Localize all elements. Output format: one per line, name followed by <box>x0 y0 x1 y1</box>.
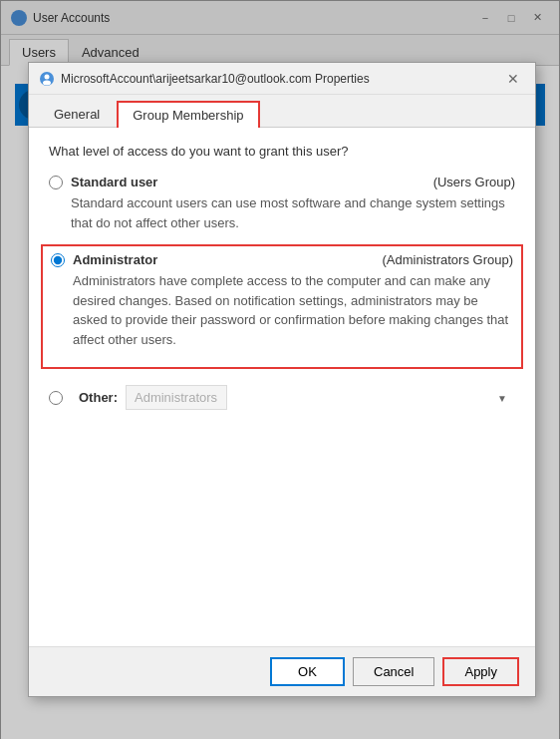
dialog-title-text: MicrosoftAccount\arijeetsarkar10@outlook… <box>39 71 370 87</box>
dialog-tabs: General Group Membership <box>29 95 535 128</box>
administrator-radio[interactable] <box>51 253 65 267</box>
svg-point-1 <box>45 74 50 79</box>
standard-user-label: Standard user <box>71 175 157 189</box>
standard-user-header: Standard user (Users Group) <box>49 175 515 189</box>
other-select[interactable]: Administrators <box>126 385 227 410</box>
tab-general[interactable]: General <box>39 101 115 127</box>
svg-point-2 <box>43 80 51 85</box>
apply-button[interactable]: Apply <box>442 657 519 686</box>
standard-user-description: Standard account users can use most soft… <box>71 193 515 232</box>
tab-group-membership[interactable]: Group Membership <box>117 101 259 128</box>
standard-user-radio[interactable] <box>49 176 63 189</box>
dialog-footer: OK Cancel Apply <box>29 646 535 696</box>
other-label: Other: <box>79 390 118 405</box>
ok-button[interactable]: OK <box>270 657 345 686</box>
other-radio[interactable] <box>49 391 63 405</box>
administrator-highlight: Administrator (Administrators Group) Adm… <box>41 244 523 369</box>
administrator-header: Administrator (Administrators Group) <box>51 252 513 267</box>
other-select-wrapper: Administrators ▼ <box>126 385 515 410</box>
administrator-option: Administrator (Administrators Group) Adm… <box>51 252 513 349</box>
select-arrow-icon: ▼ <box>497 392 507 403</box>
question-text: What level of access do you want to gran… <box>49 144 515 159</box>
dialog-close-button[interactable]: ✕ <box>501 69 525 89</box>
cancel-button[interactable]: Cancel <box>353 657 434 686</box>
other-option-row: Other: Administrators ▼ <box>49 385 515 410</box>
dialog-title: MicrosoftAccount\arijeetsarkar10@outlook… <box>61 72 370 86</box>
radio-group: Standard user (Users Group) Standard acc… <box>49 175 515 410</box>
standard-user-group: (Users Group) <box>433 175 515 189</box>
administrator-group: (Administrators Group) <box>383 252 513 267</box>
dialog-content: What level of access do you want to gran… <box>29 128 535 646</box>
properties-dialog: MicrosoftAccount\arijeetsarkar10@outlook… <box>28 62 536 697</box>
standard-user-option: Standard user (Users Group) Standard acc… <box>49 175 515 232</box>
administrator-label: Administrator <box>73 252 157 267</box>
administrator-description: Administrators have complete access to t… <box>73 271 513 349</box>
dialog-title-icon <box>39 71 55 87</box>
dialog-title-bar: MicrosoftAccount\arijeetsarkar10@outlook… <box>29 63 535 95</box>
